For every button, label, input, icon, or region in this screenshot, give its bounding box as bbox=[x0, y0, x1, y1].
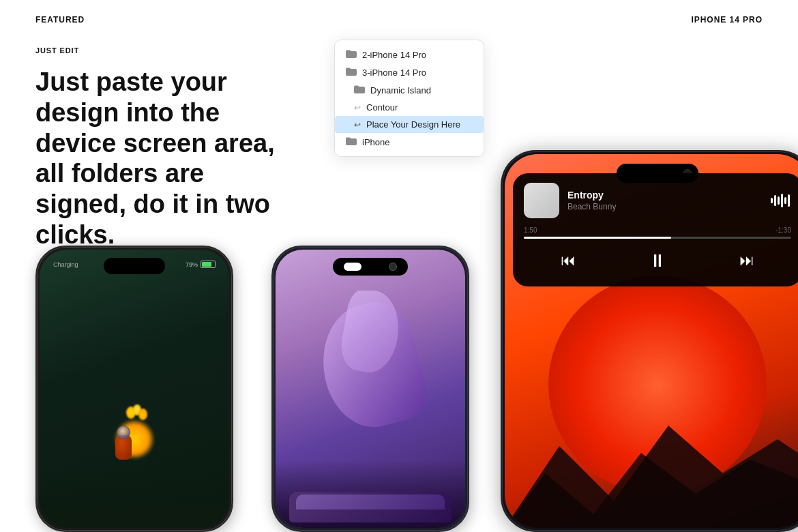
play-pause-button[interactable]: ⏸ bbox=[642, 246, 673, 276]
astronaut-helmet bbox=[117, 426, 130, 439]
battery-pct: 79% bbox=[186, 261, 198, 268]
svg-rect-5 bbox=[354, 86, 359, 88]
file-tree-item-contour[interactable]: ↩ Contour bbox=[335, 99, 484, 116]
phone3-wrapper: Entropy Beach Bunny bbox=[501, 150, 798, 532]
car-shape bbox=[289, 492, 452, 522]
battery-fill bbox=[202, 262, 211, 267]
phone2-screen bbox=[276, 250, 465, 528]
file-tree-label: Contour bbox=[366, 102, 398, 113]
volume-up-button bbox=[35, 301, 37, 322]
progress-bar-bg bbox=[524, 237, 791, 239]
phone2-scene bbox=[296, 291, 446, 461]
file-tree-label: Dynamic Island bbox=[370, 85, 431, 95]
file-tree-label: iPhone bbox=[362, 137, 389, 147]
wave-bar4 bbox=[781, 194, 783, 207]
arrow-icon: ↩ bbox=[354, 120, 361, 130]
file-tree-item-folder2[interactable]: 3-iPhone 14 Pro bbox=[335, 63, 484, 81]
file-tree-panel: 2-iPhone 14 Pro 3-iPhone 14 Pro Dynamic … bbox=[334, 40, 484, 157]
wave-bar6 bbox=[788, 194, 790, 207]
phone3-screen: Entropy Beach Bunny bbox=[505, 154, 798, 528]
music-info: Entropy Beach Bunny bbox=[567, 190, 763, 211]
volume-down-button bbox=[35, 332, 37, 366]
music-player-top: Entropy Beach Bunny bbox=[524, 183, 791, 218]
phone1-status-bar: Charging 79% bbox=[53, 261, 216, 268]
song-artist: Beach Bunny bbox=[567, 202, 763, 211]
phone2-wrapper bbox=[271, 246, 483, 532]
battery-area: 79% bbox=[186, 261, 216, 268]
album-art bbox=[524, 183, 559, 218]
car-roof bbox=[296, 494, 445, 509]
folder-icon bbox=[346, 67, 357, 78]
phone1-wrapper: Charging 79% bbox=[35, 246, 247, 532]
file-tree-label: 3-iPhone 14 Pro bbox=[362, 68, 426, 78]
phone1-device: Charging 79% bbox=[35, 246, 233, 532]
progress-times: 1:50 -1:30 bbox=[524, 226, 791, 234]
featured-label: FEATURED bbox=[35, 15, 85, 25]
file-tree-item-place-design[interactable]: ↩ Place Your Design Here bbox=[335, 116, 484, 133]
wave-bar5 bbox=[784, 197, 786, 204]
music-controls[interactable]: ⏮ ⏸ ⏭ bbox=[524, 246, 791, 276]
volume-up-button bbox=[271, 301, 273, 322]
wave-bar1 bbox=[771, 198, 773, 203]
folder-icon bbox=[346, 49, 357, 60]
volume-down-button bbox=[271, 332, 273, 366]
battery-icon bbox=[201, 261, 216, 268]
folder-icon bbox=[354, 85, 365, 95]
tag-label: JUST EDIT bbox=[35, 46, 329, 55]
time-elapsed: 1:50 bbox=[524, 226, 537, 234]
svg-rect-7 bbox=[346, 138, 351, 140]
progress-bar-fill bbox=[524, 237, 671, 239]
power-button bbox=[232, 315, 233, 356]
progress-area: 1:50 -1:30 bbox=[524, 226, 791, 239]
waveform-icon bbox=[771, 192, 791, 209]
astronaut-figure bbox=[115, 435, 132, 460]
phone1-screen: Charging 79% bbox=[40, 250, 229, 528]
file-tree-item-folder1[interactable]: 2-iPhone 14 Pro bbox=[335, 46, 484, 63]
header: FEATURED IPHONE 14 PRO bbox=[0, 0, 798, 40]
file-tree-label: Place Your Design Here bbox=[366, 119, 460, 130]
time-total: -1:30 bbox=[775, 226, 791, 234]
wave-bar2 bbox=[774, 195, 776, 206]
power-button bbox=[468, 315, 469, 356]
balloon3 bbox=[138, 409, 147, 420]
file-tree-item-iphone[interactable]: iPhone bbox=[335, 133, 484, 151]
svg-rect-1 bbox=[346, 50, 351, 53]
music-player-widget: Entropy Beach Bunny bbox=[513, 173, 798, 286]
product-label: IPHONE 14 PRO bbox=[691, 15, 763, 25]
charging-label: Charging bbox=[53, 261, 78, 268]
rewind-button[interactable]: ⏮ bbox=[553, 246, 583, 276]
fast-forward-button[interactable]: ⏭ bbox=[732, 246, 762, 276]
phone1-scene bbox=[40, 250, 229, 528]
arrow-icon: ↩ bbox=[354, 103, 361, 113]
file-tree-label: 2-iPhone 14 Pro bbox=[362, 50, 426, 60]
phone2-dynamic-island bbox=[333, 258, 408, 276]
file-tree-item-dynamic-island[interactable]: Dynamic Island bbox=[335, 81, 484, 99]
notch-pill bbox=[344, 263, 361, 271]
wave-bar3 bbox=[778, 196, 780, 205]
phone3-device: Entropy Beach Bunny bbox=[501, 150, 798, 532]
svg-rect-3 bbox=[346, 68, 351, 70]
phone2-device bbox=[271, 246, 469, 532]
mountain-silhouette bbox=[505, 405, 798, 528]
folder-icon bbox=[346, 136, 357, 147]
song-title: Entropy bbox=[567, 190, 763, 201]
notch-camera bbox=[389, 263, 397, 271]
